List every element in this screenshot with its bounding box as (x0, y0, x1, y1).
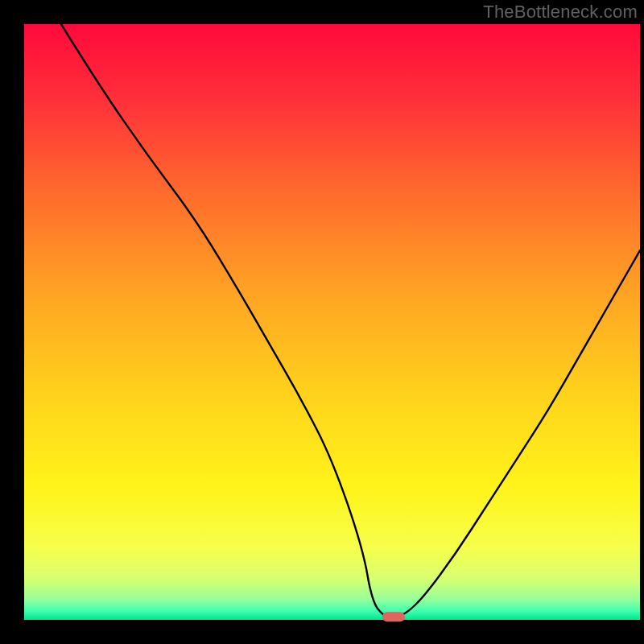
bottleneck-curve-chart (0, 0, 644, 644)
optimal-point-marker (382, 612, 405, 621)
watermark-text: TheBottleneck.com (483, 2, 638, 23)
plot-background (24, 24, 640, 620)
chart-frame: TheBottleneck.com (0, 0, 644, 644)
